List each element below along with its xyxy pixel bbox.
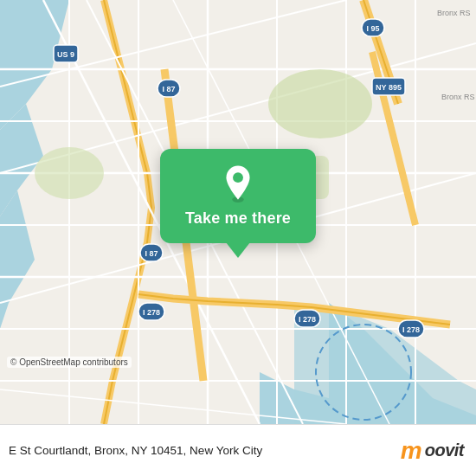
popup-overlay: Take me there <box>160 149 316 258</box>
svg-text:Bronx RS: Bronx RS <box>441 93 475 101</box>
moovit-logo-m: m <box>401 437 421 465</box>
svg-point-45 <box>268 69 372 138</box>
svg-point-50 <box>233 172 243 183</box>
svg-point-46 <box>35 147 104 199</box>
bottom-bar: E St Courtlandt, Bronx, NY 10451, New Yo… <box>0 424 476 476</box>
svg-text:I 278: I 278 <box>402 325 420 334</box>
svg-text:Bronx RS: Bronx RS <box>437 9 471 17</box>
svg-text:I 87: I 87 <box>162 85 175 93</box>
take-me-there-button[interactable]: Take me there <box>185 209 291 228</box>
address-text: E St Courtlandt, Bronx, NY 10451, New Yo… <box>9 444 401 457</box>
copyright-text: © OpenStreetMap contributors <box>7 357 132 368</box>
location-pin-icon <box>219 164 257 203</box>
svg-text:NY 895: NY 895 <box>376 83 402 92</box>
popup-card[interactable]: Take me there <box>160 149 316 243</box>
svg-text:I 87: I 87 <box>145 249 158 258</box>
moovit-logo[interactable]: moovit <box>401 437 464 465</box>
popup-tail <box>226 242 250 258</box>
map-container: US 9 I 87 I 95 I 87 NY 895 I 278 I 278 I… <box>0 0 476 424</box>
svg-text:US 9: US 9 <box>57 50 74 59</box>
svg-text:I 278: I 278 <box>299 315 316 324</box>
svg-text:I 95: I 95 <box>366 24 379 33</box>
moovit-logo-word: oovit <box>425 441 464 460</box>
svg-text:I 278: I 278 <box>143 308 160 317</box>
